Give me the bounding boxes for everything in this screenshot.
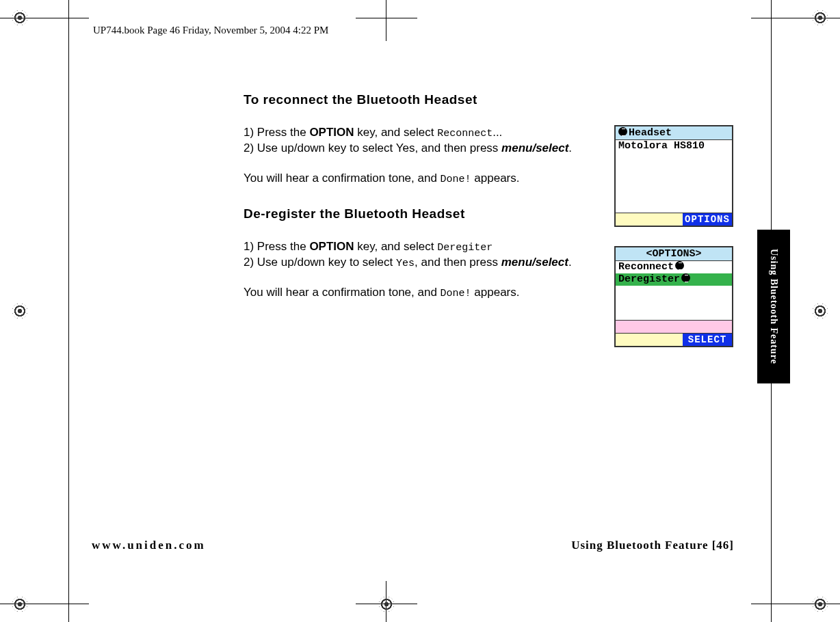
footer-pageinfo: Using Bluetooth Feature [46] bbox=[571, 539, 734, 552]
screen1-softkey: OPTIONS bbox=[683, 213, 732, 226]
screen2-softkey: SELECT bbox=[683, 334, 732, 346]
step-2-2: 2) Use up/down key to select Yes, and th… bbox=[244, 255, 654, 271]
crop-line bbox=[386, 0, 386, 41]
screen-options: <OPTIONS> Reconnect Deregister SELECT bbox=[614, 246, 733, 347]
registration-mark-icon bbox=[813, 10, 828, 25]
screen2-row-reconnect: Reconnect bbox=[616, 261, 732, 273]
crop-line bbox=[68, 0, 69, 622]
side-tab-label: Using Bluetooth Feature bbox=[768, 249, 779, 364]
page-header: UP744.book Page 46 Friday, November 5, 2… bbox=[93, 25, 328, 36]
screen1-softkey-bar: OPTIONS bbox=[616, 213, 732, 226]
step-1-2: 2) Use up/down key to select Yes, and th… bbox=[244, 141, 654, 156]
confirm-1: You will hear a confirmation tone, and D… bbox=[244, 171, 654, 187]
step-1-1: 1) Press the OPTION key, and select Reco… bbox=[244, 125, 654, 141]
heading-deregister: De-register the Bluetooth Headset bbox=[244, 206, 654, 221]
registration-mark-icon bbox=[12, 303, 27, 319]
footer-url: www.uniden.com bbox=[92, 539, 206, 552]
heading-reconnect: To reconnect the Bluetooth Headset bbox=[244, 92, 654, 107]
side-tab: Using Bluetooth Feature bbox=[757, 230, 790, 383]
registration-mark-icon bbox=[813, 303, 828, 319]
registration-mark-icon bbox=[12, 10, 27, 25]
screen2-row-deregister: Deregister bbox=[616, 273, 732, 286]
screen-headset: Headset Motolora HS810 OPTIONS bbox=[614, 125, 733, 227]
registration-mark-icon bbox=[379, 597, 394, 612]
bluetooth-icon bbox=[681, 273, 690, 282]
screen1-title: Headset bbox=[616, 126, 732, 140]
crop-line bbox=[356, 18, 417, 18]
bluetooth-icon bbox=[618, 127, 627, 136]
screen1-row: Motolora HS810 bbox=[616, 140, 732, 152]
screen2-softkey-bar: SELECT bbox=[616, 333, 732, 346]
main-content: To reconnect the Bluetooth Headset 1) Pr… bbox=[244, 92, 654, 301]
confirm-2: You will hear a confirmation tone, and D… bbox=[244, 285, 654, 301]
registration-mark-icon bbox=[813, 597, 828, 612]
registration-mark-icon bbox=[12, 597, 27, 612]
step-2-1: 1) Press the OPTION key, and select Dere… bbox=[244, 239, 654, 255]
bluetooth-icon bbox=[675, 261, 684, 270]
screen2-title: <OPTIONS> bbox=[616, 247, 732, 261]
